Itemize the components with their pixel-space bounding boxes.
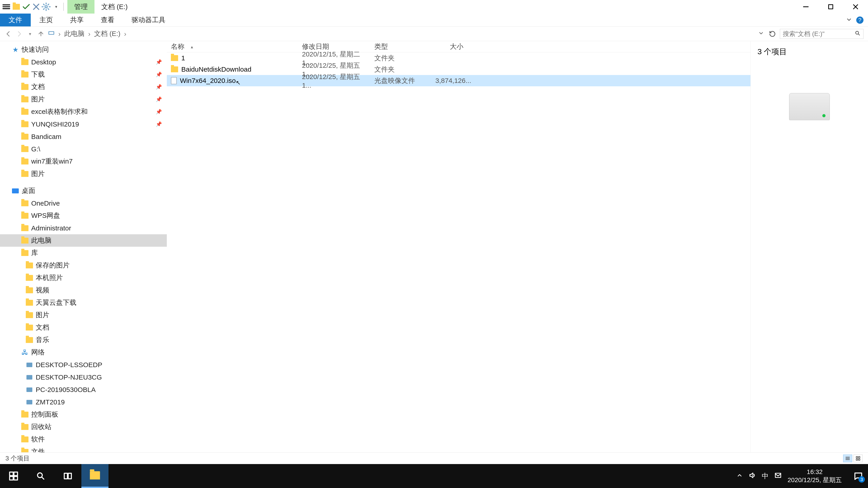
ribbon-tab-view[interactable]: 查看 <box>92 13 123 26</box>
recent-locations-icon[interactable]: ▾ <box>26 30 34 38</box>
nav-label: 控制面板 <box>31 410 58 419</box>
minimize-button[interactable] <box>794 0 818 13</box>
nav-label: 保存的图片 <box>36 261 70 270</box>
ribbon-expand-icon[interactable] <box>846 17 852 24</box>
nav-item[interactable]: 保存的图片 <box>0 259 167 271</box>
taskbar[interactable]: 中 16:32 2020/12/25, 星期五 3 <box>0 464 868 488</box>
gear-icon[interactable] <box>41 2 51 11</box>
nav-item[interactable]: Bandicam <box>0 130 167 143</box>
nav-item[interactable]: excel表格制作求和📌 <box>0 105 167 118</box>
nav-label: 音乐 <box>36 335 49 345</box>
nav-label: G:\ <box>31 145 40 153</box>
nav-item[interactable]: 文档 <box>0 321 167 334</box>
file-icon <box>171 77 177 84</box>
nav-item[interactable]: Administrator <box>0 222 167 234</box>
nav-item[interactable]: 音乐 <box>0 334 167 346</box>
nav-item[interactable]: 本机照片 <box>0 271 167 284</box>
nav-item[interactable]: DESKTOP-LSSOEDP <box>0 359 167 371</box>
col-size[interactable]: 大小 <box>431 42 467 51</box>
nav-item[interactable]: 下载📌 <box>0 68 167 80</box>
action-center-button[interactable]: 3 <box>850 468 866 484</box>
view-details-button[interactable] <box>843 455 852 462</box>
nav-item[interactable]: 桌面 <box>0 185 167 197</box>
taskbar-explorer-button[interactable] <box>81 464 108 488</box>
file-list[interactable]: 名称▴ 修改日期 类型 大小 12020/12/15, 星期二 1...文件夹B… <box>167 41 750 452</box>
nav-item[interactable]: 天翼云盘下载 <box>0 296 167 309</box>
nav-label: 库 <box>31 248 38 258</box>
nav-item[interactable]: 🖧网络 <box>0 346 167 359</box>
nav-icon <box>21 95 29 103</box>
search-icon[interactable] <box>855 30 861 38</box>
col-type[interactable]: 类型 <box>370 42 431 51</box>
status-bar: 3 个项目 <box>0 452 868 464</box>
search-box[interactable] <box>780 29 864 39</box>
breadcrumb-current[interactable]: 文档 (E:) <box>94 29 121 38</box>
nav-icon <box>25 336 33 344</box>
breadcrumb[interactable]: 此电脑 文档 (E:) <box>48 29 755 38</box>
nav-item[interactable]: 此电脑 <box>0 234 167 247</box>
col-name[interactable]: 名称 <box>171 42 184 51</box>
ribbon-tab-file[interactable]: 文件 <box>0 13 31 26</box>
context-tab-manage[interactable]: 管理 <box>67 0 94 13</box>
forward-button[interactable] <box>16 30 23 38</box>
nav-item[interactable]: YUNQISHI2019📌 <box>0 118 167 130</box>
nav-item[interactable]: 软件 <box>0 433 167 446</box>
maximize-button[interactable] <box>818 0 843 13</box>
tray-overflow-icon[interactable] <box>737 472 743 480</box>
app-icon <box>2 2 11 11</box>
file-row[interactable]: 12020/12/15, 星期二 1...文件夹 <box>167 53 750 64</box>
ribbon-tab-home[interactable]: 主页 <box>31 13 61 26</box>
nav-item[interactable]: Desktop📌 <box>0 56 167 68</box>
view-thumbnails-button[interactable] <box>854 455 863 462</box>
nav-item[interactable]: 视频 <box>0 284 167 296</box>
search-input[interactable] <box>783 30 855 37</box>
qat-dropdown-icon[interactable]: ▾ <box>52 2 61 11</box>
file-type: 文件夹 <box>370 65 431 74</box>
folder-open-icon[interactable] <box>12 2 21 11</box>
navigation-pane[interactable]: ★快速访问Desktop📌下载📌文档📌图片📌excel表格制作求和📌YUNQIS… <box>0 41 167 452</box>
nav-item[interactable]: DESKTOP-NJEU3CG <box>0 371 167 383</box>
volume-icon[interactable] <box>749 472 756 481</box>
up-button[interactable] <box>37 30 45 38</box>
ribbon-tab-share[interactable]: 共享 <box>61 13 92 26</box>
nav-icon <box>21 448 29 453</box>
nav-item[interactable]: ZMT2019 <box>0 396 167 408</box>
close-window-button[interactable] <box>843 0 868 13</box>
nav-item[interactable]: 库 <box>0 247 167 259</box>
taskbar-search-button[interactable] <box>27 464 54 488</box>
nav-icon <box>21 145 29 153</box>
help-icon[interactable]: ? <box>856 17 864 24</box>
system-tray[interactable]: 中 16:32 2020/12/25, 星期五 3 <box>735 468 868 484</box>
checkmark-icon[interactable] <box>22 2 31 11</box>
nav-label: Desktop <box>31 58 56 66</box>
nav-item[interactable]: ★快速访问 <box>0 43 167 56</box>
nav-item[interactable]: 文件 <box>0 446 167 452</box>
nav-item[interactable]: PC-20190530OBLA <box>0 383 167 396</box>
nav-item[interactable]: 控制面板 <box>0 408 167 421</box>
refresh-button[interactable] <box>768 31 777 37</box>
nav-item[interactable]: 文档📌 <box>0 80 167 93</box>
nav-item[interactable]: 图片📌 <box>0 93 167 105</box>
breadcrumb-root[interactable]: 此电脑 <box>64 29 85 38</box>
back-button[interactable] <box>4 30 12 38</box>
ribbon-tab-drive-tools[interactable]: 驱动器工具 <box>123 13 174 26</box>
column-headers[interactable]: 名称▴ 修改日期 类型 大小 <box>167 41 750 53</box>
mail-icon[interactable] <box>774 472 782 481</box>
nav-item[interactable]: win7重装win7 <box>0 155 167 168</box>
nav-item[interactable]: WPS网盘 <box>0 209 167 222</box>
nav-label: excel表格制作求和 <box>31 107 88 116</box>
task-view-button[interactable] <box>54 464 81 488</box>
nav-item[interactable]: 图片 <box>0 309 167 321</box>
tray-clock[interactable]: 16:32 2020/12/25, 星期五 <box>787 468 844 484</box>
file-row[interactable]: BaiduNetdiskDownload2020/12/25, 星期五 1...… <box>167 64 750 75</box>
nav-icon <box>21 249 29 257</box>
file-row[interactable]: Win7x64_2020.iso↖2020/12/25, 星期五 1...光盘映… <box>167 75 750 86</box>
nav-item[interactable]: OneDrive <box>0 197 167 209</box>
ime-indicator[interactable]: 中 <box>762 471 769 481</box>
nav-item[interactable]: G:\ <box>0 143 167 155</box>
close-icon[interactable] <box>32 2 41 11</box>
nav-item[interactable]: 图片 <box>0 168 167 180</box>
breadcrumb-dropdown-icon[interactable] <box>758 30 765 38</box>
nav-item[interactable]: 回收站 <box>0 421 167 433</box>
start-button[interactable] <box>0 464 27 488</box>
